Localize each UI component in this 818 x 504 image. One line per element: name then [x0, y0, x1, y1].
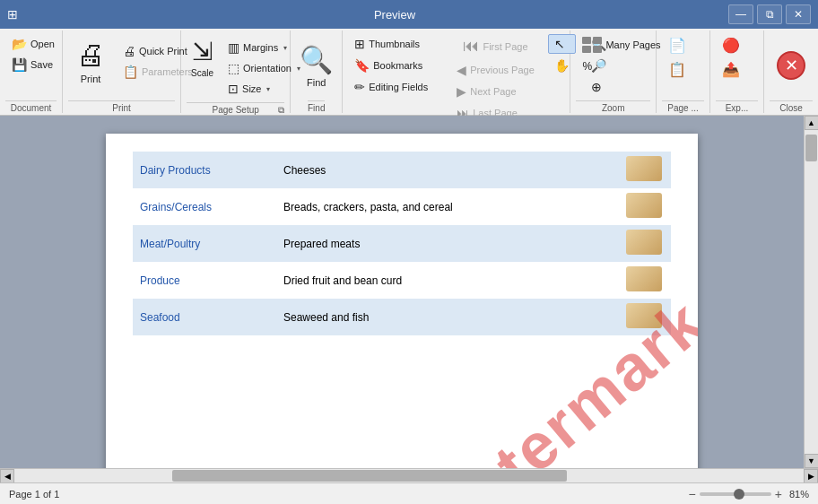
scale-label: Scale — [191, 68, 213, 78]
table-cell-description: Breads, crackers, pasta, and cereal — [276, 188, 617, 225]
page-setup-expand[interactable]: ⧉ — [278, 105, 284, 116]
bookmarks-label: Bookmarks — [373, 60, 422, 71]
zoom-percent-icon: % — [582, 60, 592, 73]
scroll-track[interactable] — [805, 130, 818, 454]
page-main: Dairy ProductsCheesesGrains/CerealsBread… — [0, 116, 818, 504]
document-page: Dairy ProductsCheesesGrains/CerealsBread… — [106, 134, 698, 468]
data-table: Dairy ProductsCheesesGrains/CerealsBread… — [133, 152, 671, 335]
ribbon-group-navigation: ⊞ Thumbnails 🔖 Bookmarks ✏ Editing Field… — [343, 30, 570, 113]
horizontal-scrollbar[interactable]: ◀ ▶ — [0, 468, 818, 482]
table-cell-description: Seaweed and fish — [276, 299, 617, 335]
close-content: ✕ — [770, 34, 813, 97]
table-row: ProduceDried fruit and bean curd — [133, 262, 671, 299]
h-scroll-track[interactable] — [14, 469, 804, 482]
zoom-controls: − + 81% — [689, 487, 809, 501]
cursor-icon: ↖ — [554, 37, 565, 51]
first-page-button[interactable]: ⏮ First Page — [450, 34, 541, 58]
page-info: Page 1 of 1 — [9, 489, 59, 500]
export-btn-1[interactable]: 🔴 — [716, 34, 746, 56]
scale-button[interactable]: ⇲ Scale — [187, 34, 218, 81]
page-icon-1: 📄 — [668, 37, 686, 54]
h-scroll-thumb[interactable] — [172, 470, 567, 482]
thumbnails-button[interactable]: ⊞ Thumbnails — [348, 34, 434, 54]
close-window-button[interactable]: ✕ — [786, 4, 811, 24]
zoom-slider[interactable] — [700, 492, 771, 496]
main-area: Dairy ProductsCheesesGrains/CerealsBread… — [0, 116, 818, 468]
save-label: Save — [30, 59, 53, 70]
prev-page-button[interactable]: ◀ Previous Page — [450, 60, 541, 80]
scroll-up-button[interactable]: ▲ — [805, 116, 819, 130]
close-preview-icon: ✕ — [785, 56, 798, 75]
scroll-thumb[interactable] — [805, 135, 817, 161]
hand-icon: ✋ — [554, 58, 570, 73]
bookmarks-button[interactable]: 🔖 Bookmarks — [348, 56, 434, 75]
ribbon-group-print: 🖨 Print 🖨 Quick Print 📋 Parameters — [63, 30, 181, 113]
page-setup-content: ⇲ Scale ▥ Margins ▾ ⬚ Orientati — [187, 34, 284, 99]
zoom-content: Many Pages % — [576, 34, 650, 97]
many-pages-label: Many Pages — [605, 39, 660, 50]
save-icon: 💾 — [12, 57, 27, 72]
table-row: Meat/PoultryPrepared meats — [133, 225, 671, 262]
zoom-in-status-button[interactable]: + — [775, 487, 782, 501]
zoom-percent: 81% — [789, 489, 809, 500]
print-button[interactable]: 🖨 Print — [68, 34, 113, 89]
quick-print-icon: 🖨 — [123, 44, 135, 58]
page-canvas[interactable]: Dairy ProductsCheesesGrains/CerealsBread… — [0, 116, 804, 468]
export-content: 🔴 📤 — [716, 34, 758, 97]
editing-fields-icon: ✏ — [354, 80, 365, 94]
next-page-icon: ▶ — [457, 84, 466, 99]
next-page-button[interactable]: ▶ Next Page — [450, 82, 541, 101]
quick-print-label: Quick Print — [139, 46, 187, 56]
title-bar-controls: — ⧉ ✕ — [728, 4, 811, 24]
orientation-label: Orientation — [243, 63, 292, 74]
zoom-percent-btn[interactable]: % — [576, 57, 666, 75]
navigation-content: ⊞ Thumbnails 🔖 Bookmarks ✏ Editing Field… — [348, 34, 564, 123]
scroll-left-button[interactable]: ◀ — [0, 469, 14, 483]
restore-button[interactable]: ⧉ — [757, 4, 782, 24]
prev-page-label: Previous Page — [470, 65, 535, 75]
editing-fields-button[interactable]: ✏ Editing Fields — [348, 77, 434, 97]
page-content: 📄 📋 — [662, 34, 704, 97]
scale-icon: ⇲ — [192, 37, 213, 66]
export-icon-2: 📤 — [722, 61, 740, 78]
page-setup-group-label: Page Setup ⧉ — [187, 102, 284, 115]
ribbon: 📂 Open 💾 Save Document 🖨 — [0, 29, 818, 116]
vertical-scrollbar[interactable]: ▲ ▼ — [804, 116, 818, 468]
thumbnails-icon: ⊞ — [354, 37, 365, 51]
table-cell-image — [617, 225, 671, 262]
title-bar-title: Preview — [61, 8, 728, 22]
many-pages-button[interactable]: Many Pages — [576, 34, 666, 56]
table-cell-category: Meat/Poultry — [133, 225, 276, 262]
table-cell-description: Prepared meats — [276, 225, 617, 262]
page-btn-1[interactable]: 📄 — [662, 34, 692, 56]
open-label: Open — [30, 39, 55, 49]
next-page-label: Next Page — [470, 86, 516, 97]
scroll-down-button[interactable]: ▼ — [805, 454, 819, 468]
zoom-out-status-button[interactable]: − — [689, 487, 696, 501]
save-button[interactable]: 💾 Save — [5, 55, 61, 74]
export-btn-2[interactable]: 📤 — [716, 58, 746, 81]
orientation-icon: ⬚ — [228, 61, 239, 75]
ribbon-group-close: ✕ Close — [764, 30, 818, 113]
close-preview-button[interactable]: ✕ — [777, 51, 805, 80]
first-page-icon: ⏮ — [463, 37, 479, 56]
print-label: Print — [81, 74, 101, 84]
find-button[interactable]: 🔍 Find — [292, 39, 341, 92]
ribbon-content: 📂 Open 💾 Save Document 🖨 — [0, 29, 818, 115]
print-group-label: Print — [68, 100, 175, 113]
status-bar: Page 1 of 1 − + 81% — [0, 482, 818, 504]
table-cell-category: Dairy Products — [133, 152, 276, 188]
page-icon-2: 📋 — [668, 61, 686, 78]
ribbon-group-export: 🔴 📤 Exp... — [710, 30, 764, 113]
ribbon-group-page: 📄 📋 Page ... — [657, 30, 710, 113]
zoom-slider-thumb[interactable] — [734, 489, 744, 500]
table-cell-description: Dried fruit and bean curd — [276, 262, 617, 299]
page-btn-2[interactable]: 📋 — [662, 58, 692, 81]
open-button[interactable]: 📂 Open — [5, 34, 61, 54]
table-row: Grains/CerealsBreads, crackers, pasta, a… — [133, 188, 671, 225]
minimize-button[interactable]: — — [728, 4, 753, 24]
margins-icon: ▥ — [228, 40, 239, 55]
document-group-label: Document — [5, 100, 57, 113]
close-group-label: Close — [770, 100, 813, 113]
scroll-right-button[interactable]: ▶ — [804, 469, 818, 483]
